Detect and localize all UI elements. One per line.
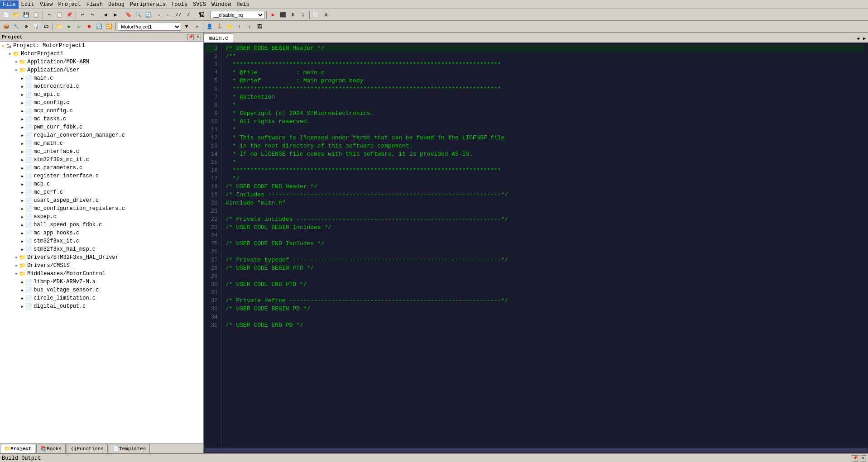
menu-window[interactable]: Window <box>209 0 234 9</box>
redo-btn[interactable]: ↪ <box>88 10 97 19</box>
tb2-btn15[interactable]: ⭐ <box>225 22 234 31</box>
tb2-btn12[interactable]: ↗ <box>192 22 201 31</box>
tab-templates[interactable]: 📄 Templates <box>109 444 150 453</box>
indent-btn[interactable]: → <box>154 10 163 19</box>
tab-scroll-left-btn[interactable]: ◀ <box>855 35 861 42</box>
tree-item-5[interactable]: ▸📄motorcontrol.c <box>0 82 203 90</box>
menu-help[interactable]: Help <box>234 0 252 9</box>
tree-item-18[interactable]: ▸📄mc_perf.c <box>0 188 203 196</box>
tb2-btn16[interactable]: ↑ <box>235 22 244 31</box>
tb2-btn4[interactable]: 📊 <box>32 22 41 31</box>
project-tree[interactable]: ▸🗂Project: MotorProject1▾📁MotorProject1▾… <box>0 42 203 443</box>
fwd-btn[interactable]: ▶ <box>111 10 120 19</box>
new-file-btn[interactable]: 📄 <box>2 10 11 19</box>
comment-btn[interactable]: // <box>174 10 183 19</box>
menu-view[interactable]: View <box>37 0 56 9</box>
tree-item-2[interactable]: ▾📁Application/MDK-ARM <box>0 58 203 66</box>
tb2-btn18[interactable]: 🖼 <box>255 22 264 31</box>
tree-item-8[interactable]: ▸📄mcp_config.c <box>0 107 203 115</box>
menu-debug[interactable]: Debug <box>106 0 127 9</box>
tab-scroll-right-btn[interactable]: ▶ <box>862 35 867 42</box>
run-btn[interactable]: ▶ <box>269 10 278 19</box>
menu-tools[interactable]: Tools <box>168 0 190 9</box>
tb2-btn5[interactable]: 🗂 <box>42 22 51 31</box>
build-pin-btn[interactable]: 📌 <box>852 455 858 462</box>
code-editor[interactable]: 1234567891011121314151617181920212223242… <box>204 43 868 448</box>
tree-item-12[interactable]: ▸📄mc_math.c <box>0 139 203 148</box>
uncomment-btn[interactable]: / <box>184 10 193 19</box>
tb2-dropdown-btn[interactable]: ▼ <box>182 22 191 31</box>
tree-item-14[interactable]: ▸📄stm32f30x_mc_it.c <box>0 156 203 164</box>
menu-peripherals[interactable]: Peripherals <box>127 0 168 9</box>
panel-close-btn[interactable]: ✕ <box>195 34 201 40</box>
tab-project[interactable]: 📁 Project <box>0 444 35 453</box>
tb2-btn17[interactable]: ↓ <box>245 22 254 31</box>
tree-item-22[interactable]: ▸📄hall_speed_pos_fdbk.c <box>0 221 203 229</box>
tree-item-1[interactable]: ▾📁MotorProject1 <box>0 50 203 58</box>
tree-item-20[interactable]: ▸📄mc_configuration_registers.c <box>0 205 203 213</box>
tree-item-31[interactable]: ▸📄circle_limitation.c <box>0 294 203 302</box>
cut-btn[interactable]: ✂ <box>45 10 54 19</box>
save-all-btn[interactable]: 📋 <box>32 10 41 19</box>
tree-item-6[interactable]: ▸📄mc_api.c <box>0 90 203 99</box>
tb2-btn10[interactable]: 🔃 <box>95 22 104 31</box>
tree-item-25[interactable]: ▸📄stm32f3xx_hal_msp.c <box>0 245 203 253</box>
open-btn[interactable]: 📂 <box>12 10 21 19</box>
tree-item-17[interactable]: ▸📄mcp.c <box>0 180 203 188</box>
tree-item-10[interactable]: ▸📄pwm_curr_fdbk.c <box>0 123 203 131</box>
tb2-btn3[interactable]: ⚙ <box>22 22 31 31</box>
project-combo[interactable]: MotorProject1 <box>118 23 181 31</box>
horizontal-scrollbar[interactable] <box>204 448 868 453</box>
menu-edit[interactable]: Edit <box>19 0 37 9</box>
tree-item-27[interactable]: ▾📁Drivers/CMSIS <box>0 262 203 270</box>
menu-file[interactable]: File <box>0 0 19 9</box>
tab-books[interactable]: 📚 Books <box>36 444 66 453</box>
tree-item-29[interactable]: ▸📄libmp-MDK-ARMv7-M.a <box>0 278 203 286</box>
tree-item-26[interactable]: ▾📁Drivers/STM32F3xx_HAL_Driver <box>0 253 203 262</box>
pause-btn[interactable]: ⏸ <box>288 10 297 19</box>
tree-item-21[interactable]: ▸📄aspep.c <box>0 213 203 221</box>
tree-item-24[interactable]: ▸📄stm32f3xx_it.c <box>0 237 203 245</box>
unindent-btn[interactable]: ← <box>164 10 173 19</box>
find-btn[interactable]: 🔍 <box>134 10 143 19</box>
bookmark-btn[interactable]: 🔖 <box>124 10 133 19</box>
tree-item-9[interactable]: ▸📄mc_tasks.c <box>0 115 203 123</box>
tab-functions[interactable]: {} Functions <box>67 444 108 453</box>
tree-item-4[interactable]: ▸📄main.c <box>0 74 203 82</box>
tb2-btn13[interactable]: 👤 <box>205 22 214 31</box>
tree-item-19[interactable]: ▸📄usart_aspep_driver.c <box>0 196 203 205</box>
settings-btn[interactable]: ⚙ <box>321 10 331 19</box>
back-btn[interactable]: ◀ <box>101 10 110 19</box>
tb2-btn11[interactable]: 🔁 <box>105 22 114 31</box>
menu-flash[interactable]: Flash <box>84 0 106 9</box>
editor-tab-main-c[interactable]: main.c <box>204 33 233 43</box>
panel-pin-btn[interactable]: 📌 <box>187 34 194 40</box>
tb2-btn14[interactable]: 🏃 <box>215 22 224 31</box>
tree-item-30[interactable]: ▸📄bus_voltage_sensor.c <box>0 286 203 294</box>
tree-item-28[interactable]: ▾📁Middlewares/MotorControl <box>0 270 203 278</box>
tb2-btn7[interactable]: ▶ <box>65 22 74 31</box>
tb2-btn2[interactable]: 🔧 <box>12 22 21 31</box>
tree-item-23[interactable]: ▸📄mc_app_hooks.c <box>0 229 203 237</box>
tree-item-15[interactable]: ▸📄mc_parameters.c <box>0 164 203 172</box>
disable-irq-combo[interactable]: __disable_irq <box>210 11 264 19</box>
tb2-btn6[interactable]: 📁 <box>55 22 64 31</box>
code-content[interactable]: /* USER CODE BEGIN Header *//** ********… <box>222 43 868 448</box>
tb2-btn9[interactable]: ■ <box>85 22 94 31</box>
build-close-btn[interactable]: ✕ <box>860 455 866 462</box>
window-btn[interactable]: ⬜ <box>312 10 321 19</box>
tree-item-16[interactable]: ▸📄register_interface.c <box>0 172 203 180</box>
tree-item-3[interactable]: ▾📁Application/User <box>0 66 203 74</box>
tree-item-32[interactable]: ▸📄digital_output.c <box>0 302 203 310</box>
tb2-btn1[interactable]: 📦 <box>2 22 11 31</box>
step-btn[interactable]: ⤵ <box>298 10 307 19</box>
save-btn[interactable]: 💾 <box>22 10 31 19</box>
build-btn[interactable]: 🏗 <box>197 10 206 19</box>
tree-item-7[interactable]: ▸📄mc_config.c <box>0 99 203 107</box>
copy-btn[interactable]: 📋 <box>55 10 64 19</box>
tree-item-13[interactable]: ▸📄mc_interface.c <box>0 148 203 156</box>
undo-btn[interactable]: ↩ <box>78 10 87 19</box>
paste-btn[interactable]: 📌 <box>65 10 74 19</box>
tb2-btn8[interactable]: ▷ <box>75 22 84 31</box>
menu-project[interactable]: Project <box>55 0 83 9</box>
